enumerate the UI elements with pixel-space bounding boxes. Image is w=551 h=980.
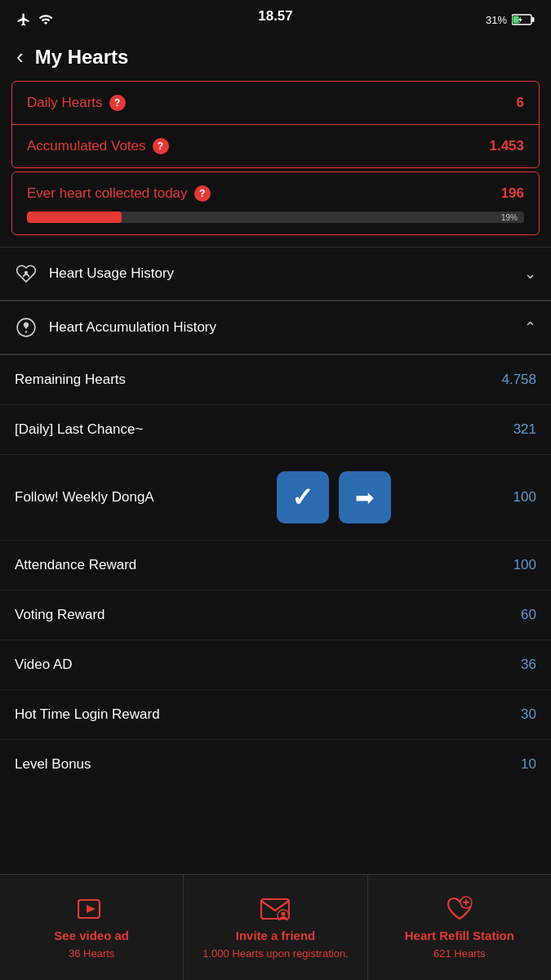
row-value: 60 <box>521 607 536 623</box>
list-item: Hot Time Login Reward 30 <box>0 690 551 740</box>
ever-heart-help-icon[interactable]: ? <box>194 185 211 202</box>
arrow-button[interactable]: ➡ <box>339 471 391 523</box>
heart-refill-icon <box>445 894 474 924</box>
status-left <box>16 12 54 27</box>
svg-rect-1 <box>532 17 535 22</box>
row-label: [Daily] Last Chance~ <box>15 421 143 438</box>
battery-percent: 31% <box>486 14 507 26</box>
header: ‹ My Hearts <box>0 36 551 81</box>
row-value: 4.758 <box>501 372 536 388</box>
wifi-icon <box>38 12 54 27</box>
list-item: Attendance Reward 100 <box>0 541 551 590</box>
list-item: Remaining Hearts 4.758 <box>0 355 551 405</box>
row-value-follow: 100 <box>513 489 536 506</box>
invite-friend-label: Invite a friend <box>236 929 316 942</box>
accumulated-votes-help-icon[interactable]: ? <box>153 138 169 154</box>
list-item-follow-weekly: Follow! Weekly DongA ✓ ➡ 100 <box>0 455 551 541</box>
row-label: Video AD <box>15 657 73 673</box>
airplane-icon <box>16 12 31 27</box>
row-value: 36 <box>521 657 536 673</box>
heart-accumulation-chevron: ⌃ <box>524 318 536 336</box>
row-value: 10 <box>521 756 536 773</box>
bottom-bar: See video ad 36 Hearts Invite a friend 1… <box>0 874 551 980</box>
progress-bar-fill <box>27 212 122 223</box>
heart-accumulation-section-header[interactable]: Heart Accumulation History ⌃ <box>0 301 551 354</box>
back-button[interactable]: ‹ <box>16 44 24 69</box>
daily-hearts-label: Daily Hearts ? <box>27 95 126 111</box>
progress-label: 19% <box>501 213 518 222</box>
see-video-ad-sub: 36 Hearts <box>69 947 114 961</box>
row-value: 30 <box>521 706 536 723</box>
svg-marker-6 <box>87 905 96 913</box>
content: Daily Hearts ? 6 Accumulated Votes ? 1.4… <box>0 81 551 903</box>
row-label: Voting Reward <box>15 607 105 623</box>
video-icon <box>77 894 106 924</box>
heart-refill-button[interactable]: Heart Refill Station 621 Hearts <box>368 875 551 980</box>
row-value: 100 <box>513 557 536 573</box>
see-video-ad-button[interactable]: See video ad 36 Hearts <box>0 875 184 980</box>
row-value: 321 <box>513 421 536 438</box>
heart-refill-label: Heart Refill Station <box>405 929 514 942</box>
accumulated-votes-label: Accumulated Votes ? <box>27 138 169 154</box>
checkmark-icon: ✓ <box>291 482 313 513</box>
check-button[interactable]: ✓ <box>277 471 329 523</box>
svg-point-9 <box>282 911 286 915</box>
heart-accumulation-icon <box>15 316 38 339</box>
svg-rect-2 <box>513 16 519 24</box>
ever-heart-label: Ever heart collected today ? <box>27 185 211 202</box>
battery-icon <box>512 14 535 25</box>
list-item: Video AD 36 <box>0 640 551 690</box>
status-time: 18.57 <box>258 8 293 24</box>
row-label: Level Bonus <box>15 756 91 773</box>
heart-accumulation-left: Heart Accumulation History <box>15 316 216 339</box>
ever-heart-section: Ever heart collected today ? 196 19% <box>11 172 540 235</box>
row-label: Attendance Reward <box>15 557 136 573</box>
see-video-ad-label: See video ad <box>54 929 129 942</box>
heart-accumulation-title: Heart Accumulation History <box>49 319 216 336</box>
list-item: Voting Reward 60 <box>0 590 551 640</box>
heart-usage-icon <box>15 262 38 285</box>
heart-usage-chevron: ⌄ <box>524 265 536 283</box>
stats-section: Daily Hearts ? 6 Accumulated Votes ? 1.4… <box>11 81 540 168</box>
invite-friend-sub: 1.000 Hearts upon registration. <box>202 947 349 961</box>
ever-heart-top: Ever heart collected today ? 196 <box>27 185 524 202</box>
heart-usage-title: Heart Usage History <box>49 265 174 282</box>
heart-usage-left: Heart Usage History <box>15 262 174 285</box>
row-label: Hot Time Login Reward <box>15 706 160 723</box>
daily-hearts-value: 6 <box>517 95 524 111</box>
daily-hearts-row: Daily Hearts ? 6 <box>12 82 539 125</box>
accumulated-votes-value: 1.453 <box>489 138 524 154</box>
page-title: My Hearts <box>35 46 129 69</box>
envelope-icon <box>260 894 290 924</box>
status-right: 31% <box>486 14 535 26</box>
action-buttons: ✓ ➡ <box>277 471 391 523</box>
list-item: Level Bonus 10 <box>0 740 551 789</box>
daily-hearts-help-icon[interactable]: ? <box>109 95 126 111</box>
invite-friend-button[interactable]: Invite a friend 1.000 Hearts upon regist… <box>184 875 367 980</box>
progress-bar-container: 19% <box>27 212 524 223</box>
heart-usage-section-header[interactable]: Heart Usage History ⌄ <box>0 247 551 301</box>
ever-heart-value: 196 <box>501 185 524 202</box>
row-label-follow: Follow! Weekly DongA <box>15 489 154 506</box>
row-label: Remaining Hearts <box>15 372 126 388</box>
list-item: [Daily] Last Chance~ 321 <box>0 405 551 455</box>
accumulation-list: Remaining Hearts 4.758 [Daily] Last Chan… <box>0 355 551 789</box>
arrow-right-icon: ➡ <box>355 484 374 511</box>
accumulated-votes-row: Accumulated Votes ? 1.453 <box>12 125 539 167</box>
status-bar: 18.57 31% <box>0 0 551 36</box>
heart-refill-sub: 621 Hearts <box>433 947 486 961</box>
